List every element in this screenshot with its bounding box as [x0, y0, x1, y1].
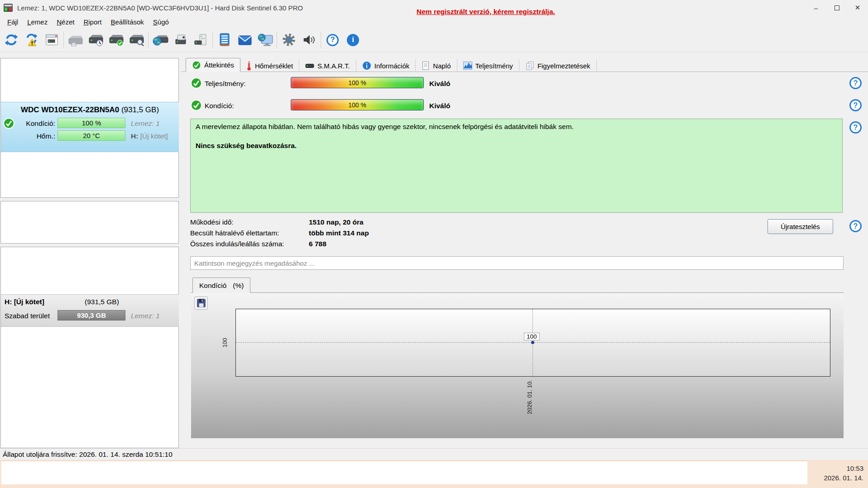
- speaker-icon[interactable]: [299, 29, 319, 50]
- empty-list-panel: [0, 201, 179, 244]
- toolbar-separator: [148, 31, 149, 48]
- thermometer-icon: [246, 61, 252, 71]
- save-chart-button[interactable]: [194, 297, 208, 310]
- menu-help[interactable]: Súgó: [149, 18, 173, 26]
- tab-temperature[interactable]: Hőmérséklet: [240, 59, 299, 72]
- menu-view[interactable]: Nézet: [52, 18, 79, 26]
- disk-model: WDC WD10EZEX-22BN5A0: [21, 105, 119, 114]
- check-circle-icon: [192, 61, 201, 70]
- notes-icon[interactable]: [214, 29, 235, 50]
- disk-number: Lemez: 1: [131, 120, 160, 128]
- retest-button[interactable]: Újratesztelés: [767, 219, 833, 234]
- disk-temp-bar: 20 °C: [58, 130, 125, 141]
- chart-panel: 100: [191, 292, 844, 438]
- info-circle-icon: [362, 61, 371, 70]
- tab-strip: Áttekintés Hőmérséklet S.M.A.R.T. Inform…: [186, 58, 597, 72]
- comment-input[interactable]: [190, 256, 844, 270]
- device-camera-icon[interactable]: [170, 29, 191, 50]
- taskbar-clock[interactable]: 10:53 2026. 01. 14.: [807, 460, 868, 488]
- tab-label: Hőmérséklet: [255, 62, 293, 70]
- tab-label: Napló: [433, 62, 451, 70]
- volume-free-label: Szabad terület: [5, 312, 50, 320]
- chart-tab-condition[interactable]: Kondíció (%): [192, 277, 250, 293]
- menu-bar: Fájl Lemez Nézet Riport Beállítások Súgó: [0, 15, 868, 28]
- minimize-button[interactable]: –: [806, 0, 826, 15]
- area-chart-icon: [463, 62, 472, 70]
- condition-label: Kondíció:: [205, 102, 234, 110]
- toolbar: ? i: [0, 28, 868, 52]
- tab-log[interactable]: Napló: [416, 59, 457, 72]
- disk-temp-label: Hőm.:: [17, 132, 55, 140]
- help-icon[interactable]: ?: [849, 99, 862, 111]
- condition-rating: Kiváló: [429, 102, 451, 110]
- stat-label: Összes indulás/leállás száma:: [190, 240, 284, 248]
- maximize-button[interactable]: [826, 0, 847, 15]
- disk-icon: [305, 61, 314, 70]
- tab-label: Információk: [374, 62, 410, 70]
- window-title: Lemez: 1, WDC WD10EZEX-22BN5A0 [WD-WCC3F…: [17, 4, 303, 12]
- taskbar[interactable]: [1, 461, 807, 484]
- disk-search-icon[interactable]: [126, 29, 147, 50]
- help-icon[interactable]: ?: [322, 29, 343, 50]
- performance-rating: Kiváló: [429, 80, 451, 88]
- disk-schedule-icon[interactable]: [86, 29, 106, 50]
- register-notice-link[interactable]: Nem regisztrált verzió, kérem regisztrál…: [417, 8, 555, 16]
- help-icon[interactable]: ?: [849, 121, 862, 134]
- floppy-icon: [197, 298, 206, 308]
- app-icon: [4, 4, 13, 12]
- help-icon[interactable]: ?: [849, 77, 862, 89]
- performance-bar: 100 %: [291, 77, 424, 88]
- toolbar-separator: [63, 31, 64, 48]
- chart-y-tick: 100: [222, 334, 228, 352]
- tab-alerts[interactable]: Figyelmeztetések: [519, 59, 597, 72]
- refresh-icon[interactable]: [1, 29, 21, 50]
- chart-data-point: [531, 341, 534, 344]
- chart-tab-label: Kondíció: [199, 282, 226, 290]
- disk-volume-prefix: H:: [131, 132, 138, 140]
- disk-accept-icon[interactable]: [106, 29, 126, 50]
- tab-information[interactable]: Információk: [356, 59, 416, 72]
- tab-smart[interactable]: S.M.A.R.T.: [299, 59, 356, 72]
- computer-disk-icon[interactable]: [191, 29, 211, 50]
- stat-value: 6 788: [309, 240, 326, 248]
- disk-network-icon[interactable]: [150, 29, 170, 50]
- mail-icon[interactable]: [235, 29, 255, 50]
- help-icon[interactable]: ?: [849, 220, 862, 232]
- health-text: A merevlemez állapota hibátlan. Nem talá…: [196, 123, 837, 131]
- close-button[interactable]: ✕: [847, 0, 868, 15]
- tab-overview[interactable]: Áttekintés: [186, 58, 240, 72]
- clock-date: 2026. 01. 14.: [807, 473, 863, 483]
- disk-list-item-selected[interactable]: WDC WD10EZEX-22BN5A0 (931,5 GB) Kondíció…: [1, 102, 179, 152]
- volume-free-bar: 930,3 GB: [58, 310, 125, 321]
- chart-plot-area[interactable]: 100: [235, 309, 830, 377]
- gear-icon[interactable]: [278, 29, 299, 50]
- disk-condition-label: Kondíció:: [17, 120, 55, 128]
- menu-report[interactable]: Riport: [79, 18, 106, 26]
- check-circle-icon: [3, 118, 14, 129]
- disk-volume-name: [Új kötet]: [140, 132, 168, 140]
- health-status-box: A merevlemez állapota hibátlan. Nem talá…: [190, 119, 843, 213]
- menu-settings[interactable]: Beállítások: [106, 18, 148, 26]
- maximize-icon: [834, 5, 839, 10]
- volume-list-item[interactable]: H: [Új kötet] (931,5 GB) Szabad terület …: [1, 294, 179, 327]
- menu-file[interactable]: Fájl: [3, 18, 23, 26]
- clock-time: 10:53: [807, 464, 863, 473]
- stat-label: Becsült hátralévő élettartam:: [190, 229, 279, 237]
- tab-label: Áttekintés: [204, 61, 234, 69]
- volume-capacity: (931,5 GB): [85, 298, 119, 306]
- disk-volume: H: [Új kötet]: [131, 132, 168, 140]
- web-monitor-icon[interactable]: [255, 29, 275, 50]
- disk-capacity: (931,5 GB): [121, 105, 159, 114]
- refresh-warning-icon[interactable]: [21, 29, 42, 50]
- chart-tab-unit: (%): [233, 282, 244, 290]
- tab-label: S.M.A.R.T.: [317, 62, 350, 70]
- tab-performance[interactable]: Teljesítmény: [457, 59, 519, 72]
- menu-disk[interactable]: Lemez: [23, 18, 52, 26]
- report-window-icon[interactable]: [42, 29, 62, 50]
- toolbar-separator: [321, 31, 321, 48]
- info-icon[interactable]: i: [343, 29, 363, 50]
- stat-value: több mint 314 nap: [309, 229, 369, 237]
- page-icon: [422, 61, 430, 70]
- performance-label: Teljesítmény:: [205, 80, 245, 88]
- disk-disabled-icon[interactable]: [65, 29, 86, 50]
